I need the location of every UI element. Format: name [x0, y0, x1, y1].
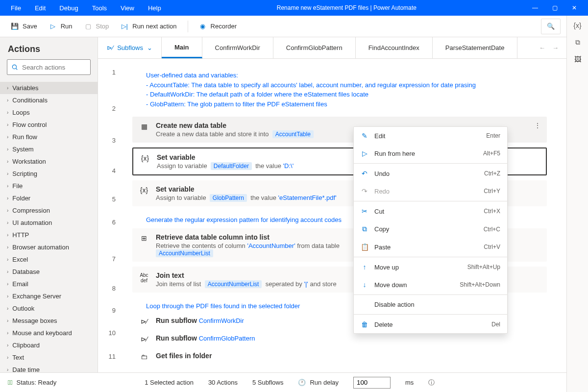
- category-message-boxes[interactable]: ›Message boxes: [0, 315, 98, 327]
- run-next-button[interactable]: ▷|Run next action: [116, 20, 181, 33]
- subflows-dropdown[interactable]: ⊳⁄Subflows⌄: [98, 37, 162, 58]
- menu-help[interactable]: Help: [141, 1, 168, 15]
- search-actions-input[interactable]: [7, 59, 91, 75]
- ctx-move-up[interactable]: ↑Move upShift+Alt+Up: [354, 258, 507, 276]
- images-icon[interactable]: 🖼: [574, 55, 581, 63]
- ctx-icon: ✎: [361, 132, 368, 140]
- text-icon: Abcdef: [139, 271, 149, 283]
- chevron-right-icon: ›: [7, 367, 8, 372]
- tab-next[interactable]: →: [552, 44, 559, 51]
- list-icon: ⊞: [139, 233, 149, 242]
- ctx-copy[interactable]: ⧉CopyCtrl+C: [354, 220, 507, 238]
- category-scripting[interactable]: ›Scripting: [0, 168, 98, 180]
- category-workstation[interactable]: ›Workstation: [0, 155, 98, 168]
- ctx-run-from-here[interactable]: ▷Run from hereAlt+F5: [354, 145, 507, 162]
- category-clipboard[interactable]: ›Clipboard: [0, 339, 98, 351]
- ctx-move-down[interactable]: ↓Move downShift+Alt+Down: [354, 276, 507, 294]
- step-get-files[interactable]: 🗀 Get files in folder: [132, 350, 547, 363]
- category-exchange-server[interactable]: ›Exchange Server: [0, 290, 98, 302]
- line-number: 3: [98, 137, 127, 167]
- category-database[interactable]: ›Database: [0, 266, 98, 278]
- category-ui-automation[interactable]: ›UI automation: [0, 217, 98, 229]
- category-loops[interactable]: ›Loops: [0, 106, 98, 119]
- clock-icon: 🕐: [298, 379, 306, 386]
- line-number: 2: [98, 105, 127, 137]
- ctx-icon: ✂: [361, 207, 368, 215]
- ctx-undo[interactable]: ↶UndoCtrl+Z: [354, 165, 507, 182]
- ctx-delete[interactable]: 🗑DeleteDel: [354, 316, 507, 333]
- category-variables[interactable]: ›Variables: [0, 82, 98, 94]
- category-date-time[interactable]: ›Date time: [0, 364, 98, 372]
- menu-debug[interactable]: Debug: [52, 1, 85, 15]
- step-run-subflow-confirmglobpattern[interactable]: ⊳⁄ Run subflow ConfirmGlobPattern: [132, 332, 547, 345]
- chevron-right-icon: ›: [7, 257, 8, 262]
- chevron-right-icon: ›: [7, 330, 8, 336]
- tab-confirmglobpattern[interactable]: ConfirmGlobPattern: [273, 37, 356, 58]
- more-icon[interactable]: ⋮: [534, 122, 541, 129]
- category-mouse-and-keyboard[interactable]: ›Mouse and keyboard: [0, 327, 98, 339]
- line-number: 4: [98, 167, 127, 196]
- tab-findaccountindex[interactable]: FindAccountIndex: [356, 37, 433, 58]
- maximize-button[interactable]: ▢: [545, 4, 564, 11]
- category-browser-automation[interactable]: ›Browser automation: [0, 241, 98, 253]
- ctx-paste[interactable]: 📋PasteCtrl+V: [354, 238, 507, 256]
- tab-main[interactable]: Main: [162, 37, 202, 58]
- ctx-cut[interactable]: ✂CutCtrl+X: [354, 202, 507, 220]
- category-text[interactable]: ›Text: [0, 351, 98, 364]
- info-icon[interactable]: ⓘ: [428, 378, 435, 387]
- ctx-disable-action[interactable]: Disable action: [354, 296, 507, 313]
- chevron-right-icon: ›: [7, 85, 8, 91]
- record-icon: ◉: [199, 23, 207, 30]
- chevron-right-icon: ›: [7, 122, 8, 127]
- category-excel[interactable]: ›Excel: [0, 253, 98, 266]
- chevron-right-icon: ›: [7, 294, 8, 299]
- chevron-right-icon: ›: [7, 220, 8, 225]
- category-file[interactable]: ›File: [0, 180, 98, 192]
- comment-block: User-defined data and variables:- Accoun…: [132, 68, 547, 117]
- category-email[interactable]: ›Email: [0, 278, 98, 290]
- menu-file[interactable]: File: [4, 1, 28, 15]
- category-run-flow[interactable]: ›Run flow: [0, 131, 98, 143]
- category-http[interactable]: ›HTTP: [0, 229, 98, 241]
- chevron-right-icon: ›: [7, 159, 8, 164]
- category-conditionals[interactable]: ›Conditionals: [0, 94, 98, 106]
- menu-view[interactable]: View: [114, 1, 141, 15]
- chevron-right-icon: ›: [7, 183, 8, 189]
- chevron-right-icon: ›: [7, 281, 8, 287]
- ctx-icon: 🗑: [361, 320, 368, 328]
- stop-button[interactable]: ▢Stop: [79, 20, 114, 33]
- minimize-button[interactable]: —: [525, 4, 545, 11]
- layers-icon[interactable]: ⧉: [575, 38, 580, 47]
- search-icon: 🔍: [547, 23, 555, 30]
- chevron-right-icon: ›: [7, 306, 8, 311]
- menu-edit[interactable]: Edit: [28, 1, 52, 15]
- search-button[interactable]: 🔍: [541, 19, 561, 34]
- selected-count: 1 Selected action: [145, 379, 194, 386]
- stop-icon: ▢: [84, 23, 92, 30]
- run-delay-input[interactable]: [353, 377, 391, 389]
- chevron-right-icon: ›: [7, 355, 8, 360]
- table-icon: ▦: [139, 122, 149, 130]
- category-folder[interactable]: ›Folder: [0, 192, 98, 204]
- save-button[interactable]: 💾Save: [6, 20, 42, 33]
- variables-icon[interactable]: {x}: [573, 22, 581, 29]
- actions-sidebar: Actions ›Variables›Conditionals›Loops›Fl…: [0, 37, 98, 372]
- category-outlook[interactable]: ›Outlook: [0, 302, 98, 315]
- chevron-right-icon: ›: [7, 196, 8, 201]
- menu-tools[interactable]: Tools: [85, 1, 114, 15]
- recorder-button[interactable]: ◉Recorder: [194, 20, 242, 33]
- status-bar: ✓⃝Status: Ready 1 Selected action 30 Act…: [0, 372, 566, 392]
- tab-parsestatementdate[interactable]: ParseStatementDate: [433, 37, 518, 58]
- tab-prev[interactable]: ←: [539, 44, 545, 51]
- ctx-edit[interactable]: ✎EditEnter: [354, 127, 507, 145]
- category-system[interactable]: ›System: [0, 143, 98, 155]
- ctx-icon: ⧉: [361, 225, 368, 233]
- run-button[interactable]: ▷Run: [44, 20, 77, 33]
- tab-confirmworkdir[interactable]: ConfirmWorkDir: [202, 37, 273, 58]
- close-button[interactable]: ✕: [564, 4, 584, 11]
- toolbar: 💾Save ▷Run ▢Stop ▷|Run next action ◉Reco…: [0, 16, 566, 37]
- category-flow-control[interactable]: ›Flow control: [0, 119, 98, 131]
- category-compression[interactable]: ›Compression: [0, 204, 98, 217]
- actions-count: 30 Actions: [208, 379, 238, 386]
- flow-icon: ⊳⁄: [107, 44, 113, 51]
